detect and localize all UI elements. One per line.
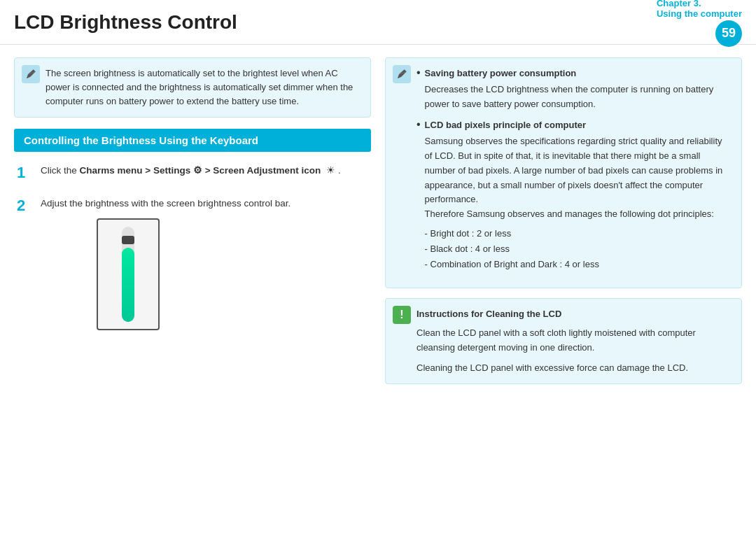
page-header: LCD Brightness Control Chapter 3.Using t… xyxy=(0,0,756,45)
chapter-info: Chapter 3.Using the computer 59 xyxy=(657,0,742,47)
section-header: Controlling the Brightness Using the Key… xyxy=(14,129,371,152)
bullet-2-content: LCD bad pixels principle of computer Sam… xyxy=(425,118,732,272)
cleaning-text-1: Clean the LCD panel with a soft cloth li… xyxy=(416,326,732,355)
brightness-knob xyxy=(122,236,134,244)
bullet-dot-1: • xyxy=(416,67,421,111)
cleaning-text-2: Cleaning the LCD panel with excessive fo… xyxy=(416,361,732,376)
sub-list-item-1: - Bright dot : 2 or less xyxy=(425,226,732,241)
left-column: The screen brightness is automatically s… xyxy=(14,57,371,523)
brightness-track xyxy=(122,227,134,322)
chapter-label: Chapter 3.Using the computer xyxy=(657,0,742,19)
bullet-1-text: Decreases the LCD brightness when the co… xyxy=(425,84,714,109)
step-1-number: 1 xyxy=(17,163,31,183)
steps-container: 1 Click the Charms menu > Settings ⚙ > S… xyxy=(14,163,371,330)
brightness-fill xyxy=(122,248,134,322)
bullet-2: • LCD bad pixels principle of computer S… xyxy=(416,118,732,272)
note-pencil-icon-right xyxy=(393,65,411,83)
battery-lcd-note: • Saving battery power consumption Decre… xyxy=(385,57,742,288)
note-pencil-icon xyxy=(22,65,40,83)
charms-menu-label: Charms menu > Settings ⚙ > Screen Adjust… xyxy=(80,165,321,176)
bullet-1-title: Saving battery power consumption xyxy=(425,66,732,81)
sub-list-item-2: - Black dot : 4 or less xyxy=(425,241,732,257)
sub-list-item-3: - Combination of Bright and Dark : 4 or … xyxy=(425,257,732,272)
page-title: LCD Brightness Control xyxy=(14,11,657,34)
step-1: 1 Click the Charms menu > Settings ⚙ > S… xyxy=(17,163,371,183)
step-2-text: Adjust the brightness with the screen br… xyxy=(41,196,290,330)
cleaning-title: Instructions for Cleaning the LCD xyxy=(416,307,732,322)
ac-power-note: The screen brightness is automatically s… xyxy=(14,57,371,118)
warning-icon: ! xyxy=(393,306,411,324)
step-2: 2 Adjust the brightness with the screen … xyxy=(17,196,371,330)
sub-list: - Bright dot : 2 or less - Black dot : 4… xyxy=(425,226,732,272)
right-column: • Saving battery power consumption Decre… xyxy=(385,57,742,523)
step-2-number: 2 xyxy=(17,196,31,216)
bullet-2-extra: Therefore Samsung observes and manages t… xyxy=(425,209,714,219)
brightness-control-image xyxy=(97,218,160,330)
bullet-1-content: Saving battery power consumption Decreas… xyxy=(425,66,732,111)
step-1-text: Click the Charms menu > Settings ⚙ > Scr… xyxy=(41,163,341,178)
main-content: The screen brightness is automatically s… xyxy=(0,45,756,536)
page-number: 59 xyxy=(715,20,742,47)
bullet-2-title: LCD bad pixels principle of computer xyxy=(425,118,732,133)
sun-icon: ☀ xyxy=(326,163,335,178)
cleaning-instructions-box: ! Instructions for Cleaning the LCD Clea… xyxy=(385,298,742,384)
ac-power-note-text: The screen brightness is automatically s… xyxy=(46,68,353,106)
bullet-1: • Saving battery power consumption Decre… xyxy=(416,66,732,111)
bullet-2-text: Samsung observes the specifications rega… xyxy=(425,136,723,204)
bullet-dot-2: • xyxy=(416,119,421,272)
